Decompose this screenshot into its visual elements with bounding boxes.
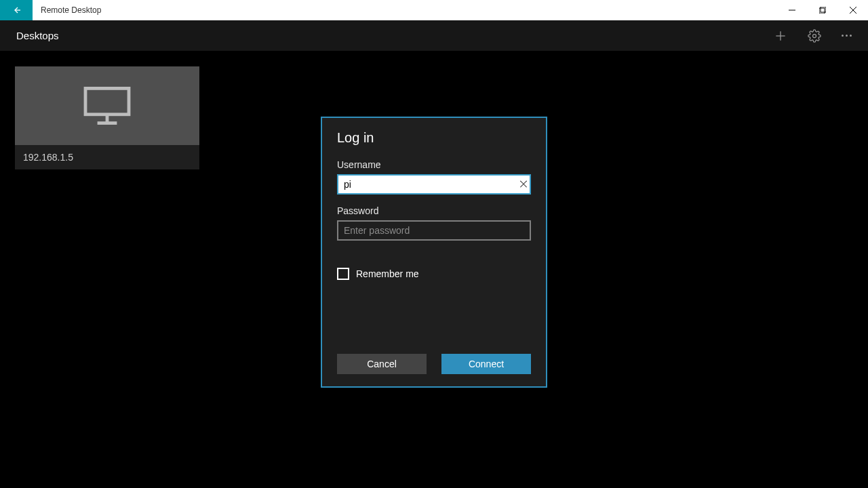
titlebar: Remote Desktop — [0, 0, 868, 20]
dialog-title: Log in — [337, 130, 531, 146]
titlebar-spacer — [109, 0, 776, 20]
svg-rect-3 — [821, 7, 826, 12]
desktop-tile-label: 192.168.1.5 — [15, 145, 199, 169]
window-controls — [776, 0, 868, 20]
minimize-icon — [789, 7, 795, 14]
username-label: Username — [337, 159, 531, 170]
remember-me-row[interactable]: Remember me — [337, 268, 531, 280]
svg-rect-9 — [85, 88, 129, 114]
cancel-button[interactable]: Cancel — [337, 354, 427, 374]
connect-button[interactable]: Connect — [441, 354, 531, 374]
remember-me-label: Remember me — [356, 268, 419, 279]
dialog-buttons: Cancel Connect — [337, 354, 531, 374]
header-title: Desktops — [16, 30, 59, 41]
app-header: Desktops — [0, 20, 868, 51]
login-dialog: Log in Username Password Remember me Can… — [321, 117, 547, 388]
svg-point-8 — [813, 34, 816, 37]
maximize-button[interactable] — [807, 0, 837, 20]
remember-me-checkbox[interactable] — [337, 268, 349, 280]
dialog-spacer — [337, 280, 531, 354]
more-button[interactable] — [842, 35, 852, 37]
close-icon — [850, 7, 856, 14]
header-actions — [774, 29, 852, 43]
main-canvas: 192.168.1.5 Log in Username Password Rem… — [0, 51, 868, 488]
maximize-icon — [819, 7, 826, 14]
clear-username-button[interactable] — [520, 180, 527, 189]
username-input[interactable] — [337, 174, 531, 195]
ellipsis-icon — [842, 35, 852, 37]
back-button[interactable] — [0, 0, 33, 20]
plus-icon — [774, 29, 787, 43]
monitor-icon — [80, 84, 134, 127]
arrow-left-icon — [11, 5, 22, 16]
close-button[interactable] — [837, 0, 868, 20]
app-title: Remote Desktop — [33, 0, 109, 20]
add-button[interactable] — [774, 29, 787, 43]
svg-rect-2 — [819, 8, 825, 14]
password-label: Password — [337, 205, 531, 216]
minimize-button[interactable] — [776, 0, 807, 20]
close-icon — [520, 181, 527, 188]
gear-icon — [808, 29, 821, 43]
password-input[interactable] — [337, 220, 531, 241]
username-field-row — [337, 174, 531, 195]
desktop-tile-thumb — [15, 66, 199, 145]
password-field-row — [337, 220, 531, 241]
desktop-tile[interactable]: 192.168.1.5 — [15, 66, 199, 169]
settings-button[interactable] — [808, 29, 821, 43]
